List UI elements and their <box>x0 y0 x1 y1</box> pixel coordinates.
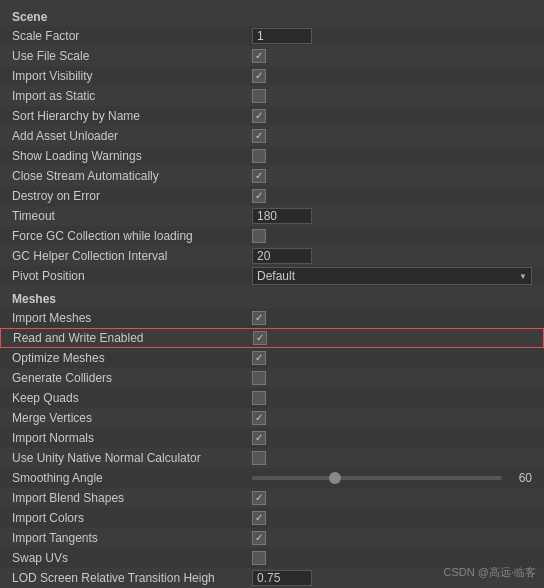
label-merge-vertices: Merge Vertices <box>12 411 252 425</box>
label-import-as-static: Import as Static <box>12 89 252 103</box>
label-generate-colliders: Generate Colliders <box>12 371 252 385</box>
input-lod-screen-relative[interactable] <box>252 570 312 586</box>
row-import-meshes: Import Meshes <box>0 308 544 328</box>
input-gc-helper-interval[interactable] <box>252 248 312 264</box>
label-use-file-scale: Use File Scale <box>12 49 252 63</box>
checkbox-use-unity-native-normal[interactable] <box>252 451 266 465</box>
row-add-asset-unloader: Add Asset Unloader <box>0 126 544 146</box>
label-import-visibility: Import Visibility <box>12 69 252 83</box>
checkbox-keep-quads[interactable] <box>252 391 266 405</box>
settings-panel: SceneScale FactorUse File ScaleImport Vi… <box>0 0 544 588</box>
row-import-as-static: Import as Static <box>0 86 544 106</box>
label-force-gc-collection: Force GC Collection while loading <box>12 229 252 243</box>
row-import-normals: Import Normals <box>0 428 544 448</box>
checkbox-import-as-static[interactable] <box>252 89 266 103</box>
row-import-tangents: Import Tangents <box>0 528 544 548</box>
row-import-colors: Import Colors <box>0 508 544 528</box>
checkbox-import-visibility[interactable] <box>252 69 266 83</box>
checkbox-import-tangents[interactable] <box>252 531 266 545</box>
input-timeout[interactable] <box>252 208 312 224</box>
row-keep-quads: Keep Quads <box>0 388 544 408</box>
label-import-tangents: Import Tangents <box>12 531 252 545</box>
checkbox-generate-colliders[interactable] <box>252 371 266 385</box>
row-use-unity-native-normal: Use Unity Native Normal Calculator <box>0 448 544 468</box>
row-smoothing-angle: Smoothing Angle60 <box>0 468 544 488</box>
slider-value-smoothing-angle: 60 <box>508 471 532 485</box>
slider-thumb-smoothing-angle[interactable] <box>329 472 341 484</box>
label-use-unity-native-normal: Use Unity Native Normal Calculator <box>12 451 252 465</box>
dropdown-value-pivot-position: Default <box>257 269 295 283</box>
row-optimize-meshes: Optimize Meshes <box>0 348 544 368</box>
label-close-stream-automatically: Close Stream Automatically <box>12 169 252 183</box>
label-add-asset-unloader: Add Asset Unloader <box>12 129 252 143</box>
label-pivot-position: Pivot Position <box>12 269 252 283</box>
row-scale-factor: Scale Factor <box>0 26 544 46</box>
checkbox-destroy-on-error[interactable] <box>252 189 266 203</box>
slider-container-smoothing-angle: 60 <box>252 471 532 485</box>
row-pivot-position: Pivot PositionDefault▼ <box>0 266 544 286</box>
checkbox-add-asset-unloader[interactable] <box>252 129 266 143</box>
label-scale-factor: Scale Factor <box>12 29 252 43</box>
row-import-blend-shapes: Import Blend Shapes <box>0 488 544 508</box>
label-import-normals: Import Normals <box>12 431 252 445</box>
row-force-gc-collection: Force GC Collection while loading <box>0 226 544 246</box>
checkbox-use-file-scale[interactable] <box>252 49 266 63</box>
slider-fill-smoothing-angle <box>252 476 335 480</box>
row-read-write-enabled: Read and Write Enabled <box>0 328 544 348</box>
label-smoothing-angle: Smoothing Angle <box>12 471 252 485</box>
slider-track-smoothing-angle[interactable] <box>252 476 502 480</box>
label-keep-quads: Keep Quads <box>12 391 252 405</box>
label-destroy-on-error: Destroy on Error <box>12 189 252 203</box>
label-import-blend-shapes: Import Blend Shapes <box>12 491 252 505</box>
checkbox-force-gc-collection[interactable] <box>252 229 266 243</box>
checkbox-swap-uvs[interactable] <box>252 551 266 565</box>
dropdown-pivot-position[interactable]: Default▼ <box>252 267 532 285</box>
label-import-colors: Import Colors <box>12 511 252 525</box>
label-timeout: Timeout <box>12 209 252 223</box>
chevron-down-icon: ▼ <box>519 272 527 281</box>
label-read-write-enabled: Read and Write Enabled <box>13 331 253 345</box>
checkbox-merge-vertices[interactable] <box>252 411 266 425</box>
label-optimize-meshes: Optimize Meshes <box>12 351 252 365</box>
watermark: CSDN @高远·临客 <box>444 565 536 580</box>
checkbox-import-meshes[interactable] <box>252 311 266 325</box>
label-gc-helper-interval: GC Helper Collection Interval <box>12 249 252 263</box>
row-sort-hierarchy-name: Sort Hierarchy by Name <box>0 106 544 126</box>
label-swap-uvs: Swap UVs <box>12 551 252 565</box>
checkbox-import-colors[interactable] <box>252 511 266 525</box>
label-sort-hierarchy-name: Sort Hierarchy by Name <box>12 109 252 123</box>
label-lod-screen-relative: LOD Screen Relative Transition Heigh <box>12 571 252 585</box>
checkbox-import-normals[interactable] <box>252 431 266 445</box>
row-destroy-on-error: Destroy on Error <box>0 186 544 206</box>
label-import-meshes: Import Meshes <box>12 311 252 325</box>
checkbox-show-loading-warnings[interactable] <box>252 149 266 163</box>
row-close-stream-automatically: Close Stream Automatically <box>0 166 544 186</box>
row-timeout: Timeout <box>0 206 544 226</box>
checkbox-sort-hierarchy-name[interactable] <box>252 109 266 123</box>
checkbox-read-write-enabled[interactable] <box>253 331 267 345</box>
section-header-scene: Scene <box>0 4 544 26</box>
row-use-file-scale: Use File Scale <box>0 46 544 66</box>
checkbox-optimize-meshes[interactable] <box>252 351 266 365</box>
label-show-loading-warnings: Show Loading Warnings <box>12 149 252 163</box>
input-scale-factor[interactable] <box>252 28 312 44</box>
checkbox-close-stream-automatically[interactable] <box>252 169 266 183</box>
checkbox-import-blend-shapes[interactable] <box>252 491 266 505</box>
row-generate-colliders: Generate Colliders <box>0 368 544 388</box>
row-gc-helper-interval: GC Helper Collection Interval <box>0 246 544 266</box>
section-header-meshes: Meshes <box>0 286 544 308</box>
row-import-visibility: Import Visibility <box>0 66 544 86</box>
row-show-loading-warnings: Show Loading Warnings <box>0 146 544 166</box>
row-merge-vertices: Merge Vertices <box>0 408 544 428</box>
